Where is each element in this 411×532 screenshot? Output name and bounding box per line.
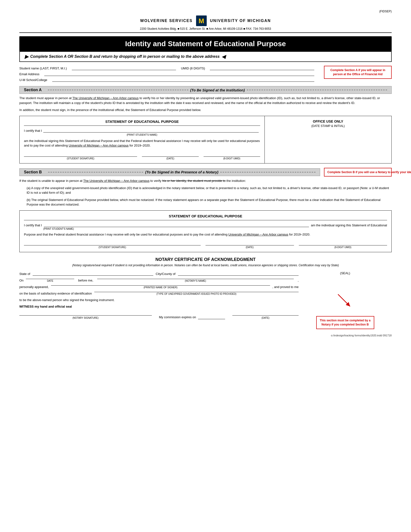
um-logo: M bbox=[196, 16, 207, 26]
section-b-statement-inner: STATEMENT OF EDUCATIONAL PURPOSE I certi… bbox=[19, 211, 392, 252]
seal-label: (SEAL) bbox=[340, 271, 350, 275]
state-label: State of bbox=[19, 272, 30, 276]
basis-row: on the basis of satisfactory evidence of… bbox=[19, 292, 299, 295]
seal-text: (SEAL) bbox=[340, 271, 350, 275]
section-a-body1: The student must appear in person at The… bbox=[19, 96, 392, 105]
on-date-field[interactable] bbox=[26, 279, 74, 279]
header-divider bbox=[19, 32, 392, 33]
header: WOLVERINE SERVICES M UNIVERSITY OF MICHI… bbox=[19, 16, 392, 30]
appeared-row: personally appeared, (PRINTED NAME OF SI… bbox=[19, 285, 299, 289]
date-field-b: (DATE) bbox=[206, 241, 294, 249]
notary-title: NOTARY CERTIFICATE OF ACKNOWLEDGMENT bbox=[19, 257, 392, 262]
notary-name-field[interactable] bbox=[97, 279, 294, 279]
umid-line-a[interactable] bbox=[204, 152, 260, 157]
certify-line-b[interactable] bbox=[44, 223, 309, 227]
city-field[interactable] bbox=[178, 271, 299, 276]
svg-text:M: M bbox=[198, 17, 204, 25]
section-b-statement-box: STATEMENT OF EDUCATIONAL PURPOSE I certi… bbox=[19, 210, 392, 252]
notary-section: NOTARY CERTIFICATE OF ACKNOWLEDGMENT (No… bbox=[19, 257, 392, 329]
commission-label: My commission expires on bbox=[159, 315, 196, 319]
on-label: On bbox=[19, 279, 23, 282]
certify-row-b: I certify that I am the individual signi… bbox=[24, 223, 387, 227]
print-label-a: (PRINT STUDENT'S NAME) bbox=[24, 133, 260, 136]
school-label: U-M School/College bbox=[19, 78, 47, 82]
date-label-b: (DATE) bbox=[246, 246, 254, 249]
section-b-dashes bbox=[48, 172, 143, 172]
section-a-statement-box: STATEMENT OF EDUCATIONAL PURPOSE I certi… bbox=[19, 116, 392, 163]
final-date-line[interactable] bbox=[232, 311, 299, 316]
email-row: Email Address bbox=[19, 72, 314, 76]
notary-subtitle: (Notary signature/seal required if stude… bbox=[19, 263, 392, 267]
section-a-subtitle: (To Be Signed at the Institution) bbox=[190, 88, 245, 92]
statement-left-col: STATEMENT OF EDUCATIONAL PURPOSE I certi… bbox=[19, 116, 265, 163]
sig-row-b: (STUDENT SIGNATURE) (DATE) (8-digit UMID… bbox=[24, 241, 387, 249]
office-use-col: OFFICE USE ONLY (DATE STAMP & INITIAL) bbox=[265, 116, 392, 163]
appeared-field[interactable] bbox=[51, 285, 270, 285]
student-sig-line-a[interactable] bbox=[24, 152, 137, 157]
proved-label: , and proved to me bbox=[272, 285, 299, 289]
email-field[interactable] bbox=[44, 72, 314, 76]
section-a-dashes2 bbox=[247, 90, 387, 90]
notary-sig-col: (NOTARY SIGNATURE) bbox=[19, 311, 152, 319]
on-row: On DATE before me, (NOTARY'S NAME) , bbox=[19, 279, 299, 282]
section-a-dashes bbox=[48, 90, 188, 90]
date-label-a: (DATE) bbox=[166, 157, 174, 160]
umid-field-a: (8-digit UMID) bbox=[204, 152, 260, 160]
notary-sig-line[interactable] bbox=[19, 311, 152, 316]
section-a-label: Section A bbox=[22, 87, 44, 93]
print-label-b: (PRINT STUDENT'S NAME) bbox=[43, 228, 387, 230]
student-sig-line-b[interactable] bbox=[24, 241, 201, 246]
org-name: WOLVERINE SERVICES bbox=[140, 19, 193, 23]
above-named-label: to be the above-named person who signed … bbox=[19, 298, 115, 302]
basis-field[interactable] bbox=[94, 292, 299, 292]
section-b-body1: If the student is unable to appear in pe… bbox=[19, 179, 392, 183]
state-city-row: State of City/County of bbox=[19, 271, 299, 276]
certify-line[interactable] bbox=[43, 128, 258, 133]
school-field[interactable] bbox=[52, 77, 314, 82]
witness-row: WITNESS my hand and official seal bbox=[19, 305, 299, 308]
student-fields-section: Complete Section A if you will appear in… bbox=[19, 66, 392, 82]
date-field-a: (DATE) bbox=[142, 152, 198, 160]
section-b-subtitle: (To Be Signed in the Presence of a Notar… bbox=[145, 170, 218, 174]
student-name-field[interactable] bbox=[72, 66, 176, 70]
section-b-item-b: (b) The original Statement of Educationa… bbox=[27, 198, 392, 207]
statement-body-a: am the individual signing this Statement… bbox=[24, 139, 260, 148]
statement-title-b: STATEMENT OF EDUCATIONAL PURPOSE bbox=[24, 214, 387, 220]
certify-prefix: I certify that I bbox=[24, 129, 42, 133]
section-b-item-a: (a) A copy of the unexpired valid govern… bbox=[27, 186, 392, 195]
notary-main: State of City/County of On DATE before m… bbox=[19, 271, 299, 329]
student-name-label: Student name (LAST, FIRST, M.I.) bbox=[19, 66, 67, 70]
umid-label-a: (8-digit UMID) bbox=[223, 157, 240, 160]
final-sig-row: (NOTARY SIGNATURE) My commission expires… bbox=[19, 311, 299, 319]
on-date-label: DATE bbox=[26, 280, 74, 282]
email-label: Email Address bbox=[19, 72, 39, 76]
notary-outer: State of City/County of On DATE before m… bbox=[19, 271, 392, 329]
section-b-label: Section B bbox=[22, 170, 44, 175]
university-name: UNIVERSITY OF MICHIGAN bbox=[210, 19, 271, 23]
certify-row: I certify that I bbox=[24, 128, 260, 133]
umid-line-b[interactable] bbox=[299, 241, 387, 246]
student-sig-label-a: (STUDENT SIGNATURE) bbox=[67, 157, 94, 160]
notary-arrow-icon bbox=[336, 292, 355, 311]
state-field[interactable] bbox=[33, 271, 153, 276]
instruction-bar: ▶ Complete Section A OR Section B and re… bbox=[19, 51, 392, 62]
umid-field-b: (8-digit UMID) bbox=[299, 241, 387, 249]
final-date-label: (DATE) bbox=[232, 316, 299, 319]
notarys-name-label: (NOTARY'S NAME) bbox=[97, 280, 294, 282]
witness-label: WITNESS my hand and official seal bbox=[19, 305, 72, 308]
office-use-sub: (DATE STAMP & INITIAL) bbox=[269, 124, 387, 128]
commission-field[interactable] bbox=[198, 315, 225, 319]
student-name-row: Student name (LAST, FIRST, M.I.) UMID (8… bbox=[19, 66, 314, 70]
arrow-left-icon: ◀ bbox=[222, 54, 225, 59]
before-me-label: before me, bbox=[78, 279, 93, 282]
umid-field[interactable] bbox=[210, 66, 314, 70]
appeared-label: personally appeared, bbox=[19, 285, 49, 289]
certify-suffix-b: am the individual signing this Statement… bbox=[311, 223, 387, 227]
date-line-a[interactable] bbox=[142, 152, 198, 157]
date-line-b[interactable] bbox=[206, 241, 294, 246]
umid-label-b: (8-digit UMID) bbox=[334, 246, 351, 249]
printed-name-label: (PRINTED NAME OF SIGNER) bbox=[51, 286, 270, 289]
student-sig-field-a: (STUDENT SIGNATURE) bbox=[24, 152, 137, 160]
statement-title-a: STATEMENT OF EDUCATIONAL PURPOSE bbox=[24, 119, 260, 126]
commission-col: My commission expires on bbox=[159, 315, 225, 319]
